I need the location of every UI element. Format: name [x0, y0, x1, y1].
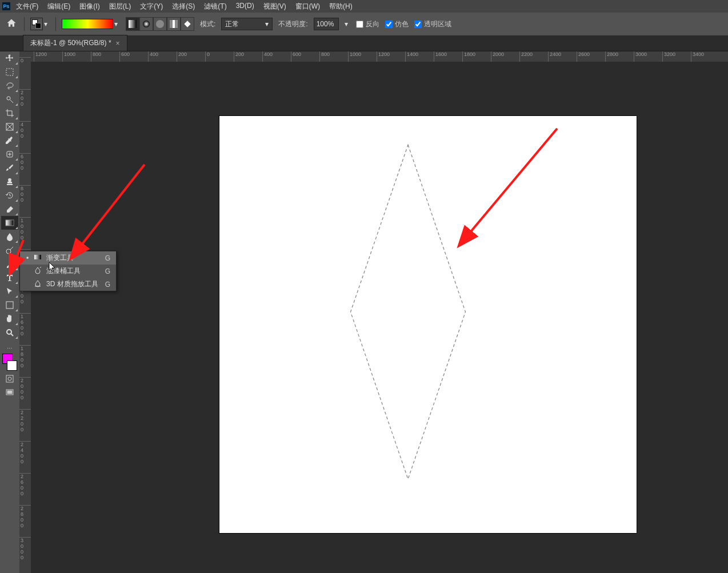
ruler-tick: 1200 [34, 51, 47, 62]
document-canvas[interactable] [219, 116, 637, 533]
menu-item[interactable]: 帮助(H) [325, 1, 357, 13]
ruler-tick: 2000 [19, 377, 31, 400]
pen-tool[interactable] [1, 257, 18, 271]
bullet-icon: • [26, 254, 29, 262]
menu-item[interactable]: 图像(I) [75, 1, 104, 13]
svg-point-6 [7, 97, 10, 100]
mode-label: 模式: [200, 19, 215, 29]
dither-checkbox[interactable] [385, 21, 393, 28]
healing-tool[interactable] [1, 147, 18, 161]
blur-tool[interactable] [1, 230, 18, 243]
gradient-preview[interactable] [62, 19, 113, 29]
flyout-shortcut: G [105, 281, 110, 288]
menu-item[interactable]: 文件(F) [11, 1, 43, 13]
screen-mode-button[interactable] [4, 387, 15, 398]
diamond-gradient-button[interactable] [181, 17, 194, 31]
cursor-icon [49, 262, 57, 272]
menu-item[interactable]: 图层(L) [105, 1, 136, 13]
zoom-tool[interactable] [1, 326, 18, 339]
reflected-gradient-button[interactable] [167, 17, 181, 31]
move-tool[interactable] [1, 51, 18, 65]
flyout-item[interactable]: 油漆桶工具 G [20, 265, 116, 278]
close-icon[interactable]: × [116, 39, 120, 47]
ruler-tick: 200 [177, 51, 187, 62]
color-swatches[interactable] [1, 354, 18, 371]
ruler-tick: 1800 [462, 51, 475, 62]
flyout-label: 3D 材质拖放工具 [46, 279, 98, 289]
opacity-label: 不透明度: [278, 19, 307, 29]
transparency-checkbox[interactable] [414, 21, 422, 28]
ruler-tick: 3400 [691, 51, 704, 62]
stamp-tool[interactable] [1, 175, 18, 189]
flyout-shortcut: G [105, 267, 110, 275]
chevron-down-icon[interactable]: ▾ [345, 20, 350, 28]
menu-item[interactable]: 视图(V) [259, 1, 291, 13]
ruler-tick: 0 [205, 51, 210, 62]
chevron-down-icon: ▾ [265, 20, 269, 28]
history-brush-tool[interactable] [1, 189, 18, 202]
document-tab[interactable]: 未标题-1 @ 50%(RGB/8) * × [23, 35, 127, 51]
background-color[interactable] [7, 360, 17, 371]
edit-toolbar-button[interactable]: ⋯ [1, 345, 18, 351]
transparency-checkbox-label[interactable]: 透明区域 [414, 19, 451, 29]
ruler-tick: 3000 [19, 537, 31, 560]
path-select-tool[interactable] [1, 285, 18, 298]
reverse-checkbox-label[interactable]: 反向 [356, 19, 379, 29]
hand-tool[interactable] [1, 312, 18, 326]
flyout-item[interactable]: • 渐变工具 G [20, 251, 116, 265]
app-logo: Ps [2, 2, 10, 10]
svg-point-14 [8, 377, 11, 380]
dodge-tool[interactable] [1, 243, 18, 257]
reverse-checkbox[interactable] [356, 21, 363, 28]
eraser-tool[interactable] [1, 202, 18, 216]
canvas-area[interactable] [31, 62, 728, 573]
marquee-tool[interactable] [1, 65, 18, 79]
toolbox: ⋯ [0, 51, 19, 573]
quick-select-tool[interactable] [1, 93, 18, 106]
ruler-tick: 1600 [434, 51, 447, 62]
menu-item[interactable]: 3D(D) [231, 1, 259, 13]
angle-gradient-button[interactable] [153, 17, 167, 31]
ruler-tick: 200 [234, 51, 244, 62]
menu-item[interactable]: 窗口(W) [291, 1, 325, 13]
quick-mask-button[interactable] [4, 373, 15, 384]
horizontal-ruler: 1200100080060040020002004006008001000120… [31, 51, 728, 62]
menu-item[interactable]: 文字(Y) [135, 1, 167, 13]
ruler-tick: 800 [319, 51, 330, 62]
ruler-tick: 400 [148, 51, 158, 62]
brush-tool[interactable] [1, 161, 18, 175]
document-tab-bar: 未标题-1 @ 50%(RGB/8) * × [0, 35, 728, 51]
lasso-tool[interactable] [1, 79, 18, 93]
chevron-down-icon[interactable]: ▾ [114, 20, 120, 28]
menu-item[interactable]: 选择(S) [167, 1, 199, 13]
menu-item[interactable]: 滤镜(T) [199, 1, 231, 13]
opacity-input[interactable]: 100% [314, 18, 339, 30]
menu-item[interactable]: 编辑(E) [43, 1, 75, 13]
tool-flyout: • 渐变工具 G 油漆桶工具 G 3D 材质拖放工具 G [19, 251, 117, 291]
eyedropper-tool[interactable] [1, 134, 18, 147]
ruler-tick: 2200 [19, 409, 31, 432]
home-icon[interactable] [6, 18, 18, 30]
ruler-tick: 3200 [662, 51, 675, 62]
ruler-tick: 2400 [19, 441, 31, 464]
svg-point-1 [143, 21, 150, 27]
opacity-value: 100% [317, 20, 334, 28]
tool-preset-swatch[interactable] [30, 18, 43, 30]
svg-rect-5 [6, 69, 13, 75]
frame-tool[interactable] [1, 120, 18, 134]
type-tool[interactable] [1, 271, 18, 285]
svg-rect-13 [6, 375, 13, 382]
radial-gradient-button[interactable] [139, 17, 153, 31]
ruler-tick: 600 [19, 153, 31, 171]
gradient-tool[interactable] [1, 216, 18, 230]
chevron-down-icon[interactable]: ▾ [44, 20, 50, 28]
document-tab-title: 未标题-1 @ 50%(RGB/8) * [30, 38, 111, 48]
svg-rect-4 [184, 21, 190, 27]
flyout-item[interactable]: 3D 材质拖放工具 G [20, 278, 116, 291]
dither-checkbox-label[interactable]: 仿色 [385, 19, 409, 29]
shape-tool[interactable] [1, 298, 18, 312]
linear-gradient-button[interactable] [126, 17, 139, 31]
mode-select[interactable]: 正常 ▾ [221, 18, 273, 30]
crop-tool[interactable] [1, 106, 18, 120]
ruler-tick: 600 [291, 51, 301, 62]
